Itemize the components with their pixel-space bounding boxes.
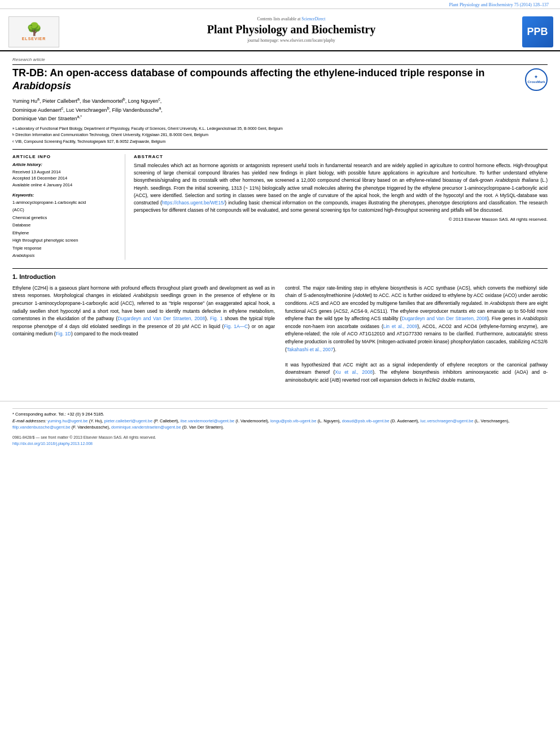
email-luc[interactable]: luc.verschraegen@ugent.be [421,418,474,423]
abstract-text: Small molecules which act as hormone ago… [134,162,548,214]
ppb-logo-area: PPB [515,14,560,50]
db-url-link[interactable]: https://chaos.ugent.be/WE15/ [162,200,225,206]
article-title-row: TR-DB: An open-access database of compou… [12,67,548,92]
intro-text-right: control. The major rate-limiting step in… [285,285,548,385]
journal-title-area: Contents lists available at ScienceDirec… [68,14,515,50]
keywords-list: 1-aminocyclopropane-1-carboxylic acid (A… [12,199,119,260]
sciencedirect-text[interactable]: ScienceDirect [301,16,325,21]
introduction-section: 1. Introduction Ethylene (C2H4) is a gas… [12,268,548,385]
author-vanderstraeten: Dominique Van Der Straetena,* [12,116,82,121]
email-long[interactable]: longu@psb.vib-ugent.be [270,418,316,423]
keyword-ethylene: Ethylene [12,229,119,237]
affiliations: a Laboratory of Functional Plant Biology… [12,126,548,145]
author-dominique: Dominique Audenaertc, Luc Verschraegenb,… [12,107,163,113]
ref-fig1[interactable]: Fig. 1 [210,316,222,321]
article-history-label: Article history: [12,162,119,167]
article-type: Research article [12,57,548,62]
ref-fig1ac[interactable]: Fig. 1A—C [224,324,248,329]
title-span: TR-DB: An open-access database of compou… [12,67,484,91]
available-date: Available online 4 January 2014 [12,182,119,188]
affiliation-b: b Direction Information and Communicatio… [12,132,548,138]
footer-bottom: 0981-8428/$ — see front matter © 2013 El… [12,435,548,447]
ref-fig1d[interactable]: Fig. 1D [56,331,71,337]
received-date: Received 13 August 2014 [12,169,119,175]
keyword-database: Database [12,221,119,229]
elsevier-tree-icon: 🌳 [27,23,42,36]
keyword-acc-abbr: (ACC) [12,206,119,214]
intro-col-left: Ethylene (C2H4) is a gaseous plant hormo… [12,285,275,385]
journal-header: 🌳 ELSEVIER Contents lists available at S… [0,9,560,51]
elsevier-text: ELSEVIER [22,37,46,41]
keywords-label: Keywords: [12,193,119,198]
elsevier-logo: 🌳 ELSEVIER [8,16,59,47]
article-info-header: ARTICLE INFO [12,154,119,159]
introduction-cols: Ethylene (C2H4) is a gaseous plant hormo… [12,285,548,385]
keyword-hts: High throughput phenotypic screen [12,237,119,244]
footer-rule [12,408,548,409]
article-content: Research article TR-DB: An open-access d… [0,51,560,390]
journal-reference: Plant Physiology and Biochemistry 75 (20… [449,2,549,7]
affiliation-c: c VIB, Compound Screening Facility, Tech… [12,139,548,145]
footer: * Corresponding author. Tel.: +32 (0) 9 … [0,401,560,447]
doi-link[interactable]: http://dx.doi.org/10.1016/j.plaphy.2013.… [12,442,93,445]
ref-dugardeyn-right[interactable]: Dugardeyn and Van Der Straeten, 2008 [401,316,487,321]
issn-line: 0981-8428/$ — see front matter © 2013 El… [12,435,548,441]
copyright-text: © 2013 Elsevier Masson SAS. All rights r… [134,217,548,222]
sciencedirect-link: Contents lists available at ScienceDirec… [73,16,509,21]
crossmark-badge: ✦ CrossMark [525,68,548,91]
article-info-col: ARTICLE INFO Article history: Received 1… [12,154,125,260]
email-dominique[interactable]: dominique.vanderstraeten@ugent.be [111,425,181,430]
ppb-logo: PPB [522,16,553,47]
affiliation-a: a Laboratory of Functional Plant Biology… [12,126,548,132]
authors: Yuming Hua, Pieter Calleberta, Ilse Vand… [12,97,548,123]
accepted-date: Accepted 16 December 2014 [12,175,119,181]
page: Plant Physiology and Biochemistry 75 (20… [0,0,560,747]
ref-xu[interactable]: Xu et al., 2008 [335,369,373,375]
ref-dugardeyn-left[interactable]: Dugardeyn and Van Der Straeten, 2008 [117,316,205,321]
introduction-title: 1. Introduction [12,273,548,280]
email-yuming[interactable]: yuming.hu@ugent.be [47,418,88,423]
corresponding-author-note: * Corresponding author. Tel.: +32 (0) 9 … [12,411,548,417]
title-divider [12,64,548,65]
email-ilse[interactable]: ilse.vandemoortel@ugent.be [181,418,235,423]
author-yuming: Yuming Hua, Pieter Calleberta, Ilse Vand… [12,98,161,104]
intro-col-right: control. The major rate-limiting step in… [285,285,548,385]
email-filip[interactable]: filip.vandenbussche@ugent.be [12,425,71,430]
doi-line: http://dx.doi.org/10.1016/j.plaphy.2013.… [12,441,548,447]
keyword-arabidopsis: Arabidopsis [12,252,119,260]
journal-title: Plant Physiology and Biochemistry [73,23,509,36]
intro-text-left: Ethylene (C2H4) is a gaseous plant hormo… [12,285,275,338]
crossmark-inner: ✦ CrossMark [527,75,545,84]
email-doaud[interactable]: doaud@psb.vib-ugent.be [342,418,390,423]
keyword-acc-full: 1-aminocyclopropane-1-carboxylic acid [12,199,119,207]
publisher-logo-area: 🌳 ELSEVIER [0,14,68,50]
email-pieter[interactable]: pieter.callebert@ugent.be [104,418,153,423]
journal-reference-bar: Plant Physiology and Biochemistry 75 (20… [0,0,560,9]
email-addresses: E-mail addresses: yuming.hu@ugent.be (Y.… [12,418,548,431]
info-abstract-cols: ARTICLE INFO Article history: Received 1… [12,149,548,260]
keyword-chemical: Chemical genetics [12,214,119,222]
ref-lin[interactable]: Lin et al., 2009 [383,324,418,329]
keyword-triple: Triple response [12,244,119,252]
article-title-text: TR-DB: An open-access database of compou… [12,67,525,92]
abstract-col: ABSTRACT Small molecules which act as ho… [134,154,548,260]
ref-takahashi[interactable]: Takahashi et al., 2007 [287,347,334,352]
abstract-header: ABSTRACT [134,154,548,159]
journal-homepage: journal homepage: www.elsevier.com/locat… [73,38,509,43]
